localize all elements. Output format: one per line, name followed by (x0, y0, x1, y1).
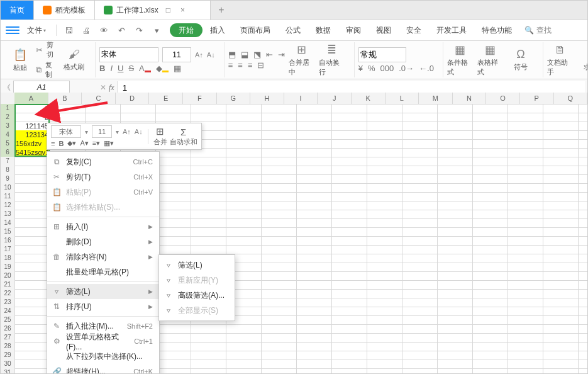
search-box[interactable]: 🔍 查找 (524, 25, 552, 36)
formula-input[interactable] (117, 81, 585, 94)
font-name-input[interactable] (99, 47, 158, 62)
fx-icon[interactable]: fx (109, 83, 114, 93)
row-header-13[interactable]: 13 (1, 210, 15, 219)
font-color-button[interactable]: A (139, 64, 151, 73)
row-header-18[interactable]: 18 (1, 254, 15, 263)
dec-inc-icon[interactable]: .0→ (399, 64, 414, 73)
cancel-icon[interactable]: ✕ (100, 83, 106, 92)
row-header-11[interactable]: 11 (1, 192, 15, 201)
cell-A3[interactable]: 121145 (14, 122, 50, 130)
tab-templates[interactable]: 稻壳模板 (34, 1, 95, 20)
mini-align-icon[interactable]: ≡ (51, 140, 55, 147)
align-middle-icon[interactable]: ⬓ (241, 50, 248, 59)
row-header-20[interactable]: 20 (1, 271, 15, 281)
ribbontab-data[interactable]: 数据 (308, 20, 338, 40)
row-header-22[interactable]: 22 (1, 289, 15, 298)
ribbontab-devtools[interactable]: 开发工具 (429, 20, 474, 40)
col-header-F[interactable]: F (183, 93, 217, 104)
row-header-12[interactable]: 12 (1, 201, 15, 210)
ribbontab-view[interactable]: 视图 (369, 20, 399, 40)
namebox-expand-icon[interactable]: 《 (3, 82, 11, 93)
ribbontab-start[interactable]: 开始 (170, 23, 202, 37)
currency-icon[interactable]: ¥ (358, 64, 363, 73)
tab-home[interactable]: 首页 (1, 1, 34, 20)
cell-A5[interactable]: 156xdzv (14, 139, 50, 148)
row-header-26[interactable]: 26 (1, 324, 15, 334)
row-header-28[interactable]: 28 (1, 342, 15, 351)
row-header-25[interactable]: 25 (1, 315, 15, 325)
redo-icon[interactable]: ↷ (133, 26, 145, 35)
close-icon[interactable]: × (180, 6, 185, 14)
ribbontab-insert[interactable]: 插入 (202, 20, 233, 40)
row-header-9[interactable]: 9 (1, 174, 15, 184)
dec-dec-icon[interactable]: ←.0 (419, 64, 434, 73)
cell-A6[interactable]: 5415zsgv1s (14, 148, 50, 157)
hamburger-icon[interactable] (4, 24, 21, 37)
col-header-M[interactable]: M (419, 93, 453, 104)
border-button[interactable]: ▦ (174, 64, 181, 73)
mini-fill-icon[interactable]: ◆▾ (67, 139, 76, 147)
popout-icon[interactable]: □ (166, 6, 170, 14)
row-header-19[interactable]: 19 (1, 263, 15, 272)
row-header-4[interactable]: 4 (1, 130, 15, 140)
inc-font-icon[interactable]: A↑ (195, 51, 203, 59)
col-header-P[interactable]: P (520, 93, 554, 104)
row-header-29[interactable]: 29 (1, 351, 15, 360)
ribbontab-formula[interactable]: 公式 (278, 20, 308, 40)
ribbontab-review[interactable]: 审阅 (338, 20, 369, 40)
ctx-插入(I)[interactable]: ⊞插入(I)▶ (47, 219, 159, 234)
indent-dec-icon[interactable]: ⇤ (266, 50, 273, 59)
print-icon[interactable]: 🖨 (80, 26, 92, 35)
col-header-L[interactable]: L (386, 93, 419, 104)
ribbontab-features[interactable]: 特色功能 (474, 20, 519, 40)
font-size-input[interactable] (162, 47, 191, 62)
align-bottom-icon[interactable]: ⬔ (253, 50, 261, 59)
col-header-K[interactable]: K (352, 93, 386, 104)
col-header-C[interactable]: C (82, 93, 116, 104)
comma-icon[interactable]: 000 (380, 64, 394, 73)
row-header-23[interactable]: 23 (1, 298, 15, 307)
ctx-剪切(T)[interactable]: ✂剪切(T)Ctrl+X (47, 169, 159, 184)
row-header-17[interactable]: 17 (1, 245, 15, 254)
select-all-corner[interactable] (1, 93, 15, 105)
align-left-icon[interactable]: ≡ (228, 60, 233, 70)
col-header-N[interactable]: N (453, 93, 487, 104)
sub-高级筛选(A)...[interactable]: ▿高级筛选(A)... (159, 288, 235, 303)
mini-bold-icon[interactable]: B (58, 140, 64, 147)
sub-筛选(L)[interactable]: ▿筛选(L) (159, 258, 235, 273)
ctx-筛选(L)[interactable]: ▿筛选(L)▶ (47, 284, 159, 299)
col-header-I[interactable]: I (284, 93, 318, 104)
row-header-7[interactable]: 7 (1, 157, 15, 166)
row-header-6[interactable]: 6 (1, 148, 15, 157)
undo-icon[interactable]: ↶ (116, 26, 127, 35)
mini-dec-font-icon[interactable]: A↓ (135, 128, 143, 135)
mini-font-size[interactable]: 11 (92, 125, 112, 138)
col-header-H[interactable]: H (250, 93, 284, 104)
row-header-16[interactable]: 16 (1, 236, 15, 246)
col-header-G[interactable]: G (217, 93, 251, 104)
qat-dropdown[interactable]: ▾ (151, 26, 162, 35)
row-header-15[interactable]: 15 (1, 227, 15, 237)
row-header-31[interactable]: 31 (1, 368, 15, 373)
cond-format-button[interactable]: ▦条件格式 (447, 43, 474, 77)
row-header-30[interactable]: 30 (1, 360, 15, 369)
cell-A1[interactable]: 1 (14, 104, 50, 113)
row-header-14[interactable]: 14 (1, 218, 15, 228)
format-painter-button[interactable]: 🖌格式刷 (62, 48, 86, 72)
ctx-从下拉列表中选择(K)...[interactable]: 从下拉列表中选择(K)... (47, 349, 159, 364)
ctx-删除(D)[interactable]: 删除(D)▶ (47, 234, 159, 249)
ctx-设置单元格格式(F)...[interactable]: ⚙设置单元格格式(F)...Ctrl+1 (47, 334, 159, 349)
row-header-8[interactable]: 8 (1, 166, 15, 175)
row-header-5[interactable]: 5 (1, 139, 15, 149)
row-header-27[interactable]: 27 (1, 333, 15, 343)
number-format-select[interactable] (358, 47, 406, 62)
mini-border-icon[interactable]: ▦▾ (104, 139, 114, 147)
column-headers[interactable]: ABCDEFGHIJKLMNOPQ (14, 93, 587, 105)
ctx-排序(U)[interactable]: ⇅排序(U)▶ (47, 299, 159, 314)
merge-center-button[interactable]: ⊞合并居中 (289, 43, 315, 77)
new-tab-button[interactable]: + (211, 1, 232, 20)
percent-icon[interactable]: % (368, 64, 375, 73)
row-header-1[interactable]: 1 (1, 104, 15, 113)
underline-button[interactable]: U (118, 64, 123, 73)
mini-autosum-button[interactable]: Σ自动求和 (170, 127, 197, 147)
